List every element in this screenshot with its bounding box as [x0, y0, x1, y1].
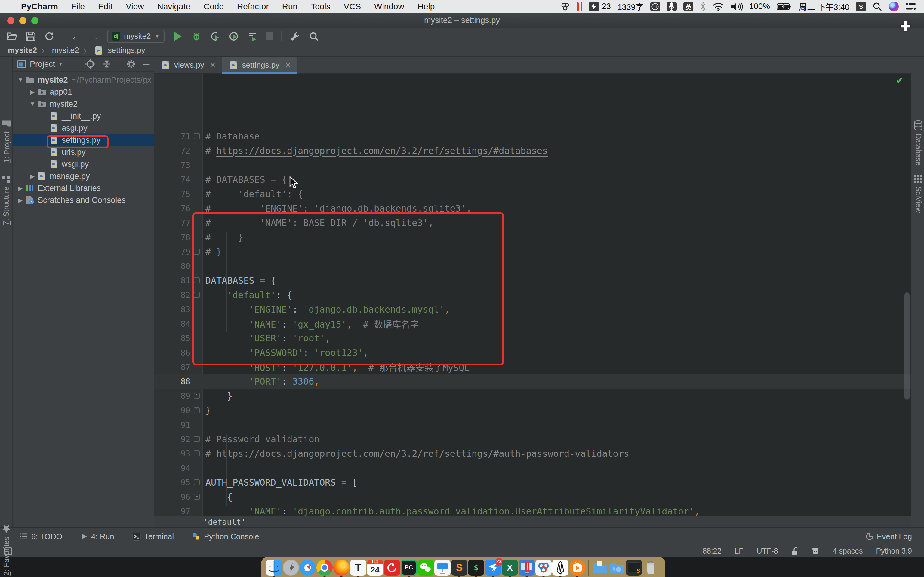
dock-sublime-window-icon[interactable]: S: [626, 559, 642, 576]
breadcrumb-project[interactable]: mysite2: [8, 46, 37, 55]
bluetooth-icon[interactable]: [700, 2, 706, 11]
dock-parallels-icon[interactable]: [519, 559, 535, 576]
stripe-tab-structure[interactable]: 7: Structure: [2, 175, 11, 225]
fold-start-icon[interactable]: −: [194, 436, 200, 442]
search-everywhere-icon[interactable]: [308, 31, 319, 42]
profiler-button[interactable]: [228, 31, 239, 42]
tree-item-settings-py[interactable]: settings.py: [13, 134, 154, 146]
tree-closed-arrow-icon[interactable]: ▶: [28, 173, 37, 180]
highlighting-level-icon[interactable]: [811, 547, 819, 555]
debug-button[interactable]: [191, 31, 202, 42]
menu-item-run[interactable]: Run: [282, 2, 297, 11]
dock-typora-icon[interactable]: T: [350, 559, 366, 576]
dock-excel-icon[interactable]: X: [502, 559, 518, 576]
menu-item-vcs[interactable]: VCS: [344, 2, 361, 11]
tree-item-app01[interactable]: ▶app01: [13, 86, 154, 98]
inspections-ok-icon[interactable]: ✔: [896, 75, 903, 85]
dock-folder-apps-icon[interactable]: [609, 559, 625, 576]
caret-position[interactable]: 88:22: [703, 546, 722, 555]
fold-end-icon[interactable]: ⌃: [194, 407, 200, 413]
breadcrumb-package[interactable]: mysite2: [52, 46, 79, 55]
fold-end-icon[interactable]: ⌃: [194, 393, 200, 399]
dock-dingtalk-icon[interactable]: 23: [485, 559, 501, 576]
collapse-all-icon[interactable]: [102, 60, 111, 69]
run-tool-button[interactable]: 4: Run: [80, 532, 114, 541]
stop-button[interactable]: [266, 32, 273, 40]
forward-arrow-icon[interactable]: →: [89, 31, 99, 42]
stripe-tab-favorites[interactable]: 2: Favorites: [2, 524, 11, 576]
back-arrow-icon[interactable]: ←: [71, 31, 81, 42]
run-configuration-selector[interactable]: dj mysite2 ▼: [107, 30, 165, 43]
project-view-selector[interactable]: Project: [30, 60, 55, 69]
menu-item-view[interactable]: View: [126, 2, 144, 11]
fold-start-icon[interactable]: −: [194, 277, 200, 284]
dock-trash-icon[interactable]: [643, 559, 659, 576]
tree-item-wsgi-py[interactable]: wsgi.py: [13, 158, 154, 170]
thunder-status-icon[interactable]: 23: [589, 2, 611, 11]
tree-closed-arrow-icon[interactable]: ▶: [28, 89, 37, 95]
dock-wechat-icon[interactable]: [417, 559, 434, 576]
dock-terminal-icon[interactable]: $: [468, 559, 484, 576]
dock-chrome-icon[interactable]: [317, 559, 333, 576]
stripe-tab-database[interactable]: Database: [914, 120, 923, 166]
tree-item-scratches-and-consoles[interactable]: ▶Scratches and Consoles: [13, 194, 154, 206]
menu-item-edit[interactable]: Edit: [98, 2, 113, 11]
menu-item-file[interactable]: File: [71, 2, 85, 11]
dock-netease-music-icon[interactable]: [384, 559, 400, 576]
stripe-tab-project[interactable]: 1: Project: [2, 119, 11, 163]
stripe-tab-sciview[interactable]: SciView: [914, 174, 923, 213]
smiley-status-icon[interactable]: [650, 2, 660, 11]
close-tab-icon[interactable]: ✕: [210, 61, 216, 69]
tree-item-manage-py[interactable]: ▶manage.py: [13, 170, 154, 182]
fold-start-icon[interactable]: −: [194, 494, 200, 500]
tree-open-arrow-icon[interactable]: ▼: [16, 77, 25, 83]
dock-calendar-icon[interactable]: 11月24: [367, 559, 383, 576]
control-center-icon[interactable]: [905, 2, 916, 11]
mic-status-icon[interactable]: [667, 2, 677, 11]
run-with-params-button[interactable]: [247, 31, 258, 42]
tree-closed-arrow-icon[interactable]: ▶: [16, 185, 25, 192]
dock-firefox-icon[interactable]: [333, 559, 349, 576]
dock-finder-icon[interactable]: [266, 559, 282, 576]
status-text[interactable]: 1339字: [617, 1, 644, 12]
menu-item-tools[interactable]: Tools: [311, 2, 330, 11]
menu-item-code[interactable]: Code: [204, 2, 224, 11]
fold-start-icon[interactable]: −: [194, 292, 200, 298]
omni-rings-icon[interactable]: [560, 2, 570, 12]
editor-scrollbar[interactable]: [905, 292, 909, 400]
dock-keynote-icon[interactable]: [435, 559, 451, 576]
tree-item-mysite2[interactable]: ▼mysite2~/PycharmProjects/gx: [13, 74, 154, 86]
dock-orange-tv-icon[interactable]: [569, 559, 585, 576]
tree-item-urls-py[interactable]: urls.py: [13, 146, 154, 158]
dock-folder-downloads-icon[interactable]: [592, 559, 608, 576]
lock-icon[interactable]: [791, 547, 798, 555]
status-text[interactable]: 100%: [749, 2, 770, 11]
breadcrumb-file[interactable]: settings.py: [108, 46, 145, 55]
editor-tab-views-py[interactable]: views.py✕: [154, 57, 222, 73]
locate-file-icon[interactable]: [86, 59, 95, 69]
save-all-icon[interactable]: [25, 31, 36, 42]
volume-icon[interactable]: [730, 2, 743, 11]
fold-end-icon[interactable]: ⌃: [194, 248, 200, 255]
wifi-icon[interactable]: [712, 2, 724, 11]
open-folder-icon[interactable]: [6, 31, 18, 42]
fold-start-icon[interactable]: −: [194, 133, 200, 139]
recording-indicator-icon[interactable]: [577, 2, 582, 11]
dock-pycharm-icon[interactable]: PC: [401, 559, 417, 576]
menu-item-window[interactable]: Window: [374, 2, 404, 11]
indent-indicator[interactable]: 4 spaces: [833, 546, 863, 555]
tree-item--init-py[interactable]: __init__.py: [13, 110, 154, 122]
shottr-status-icon[interactable]: S: [856, 2, 866, 11]
close-tab-icon[interactable]: ✕: [285, 61, 291, 69]
python-console-tool-button[interactable]: Python Console: [192, 532, 259, 541]
gear-icon[interactable]: [126, 59, 136, 69]
spotlight-icon[interactable]: [872, 2, 882, 11]
close-window-button[interactable]: [7, 17, 15, 24]
menu-item-navigate[interactable]: Navigate: [157, 2, 191, 11]
tree-item-asgi-py[interactable]: asgi.py: [13, 122, 154, 134]
tree-open-arrow-icon[interactable]: ▼: [28, 101, 37, 107]
editor-area[interactable]: views.py✕settings.py✕ 71−# Database72# h…: [154, 57, 911, 527]
run-coverage-button[interactable]: [210, 31, 220, 42]
dock-tie-app-icon[interactable]: [552, 559, 569, 576]
menu-item-pycharm[interactable]: PyCharm: [21, 2, 58, 11]
